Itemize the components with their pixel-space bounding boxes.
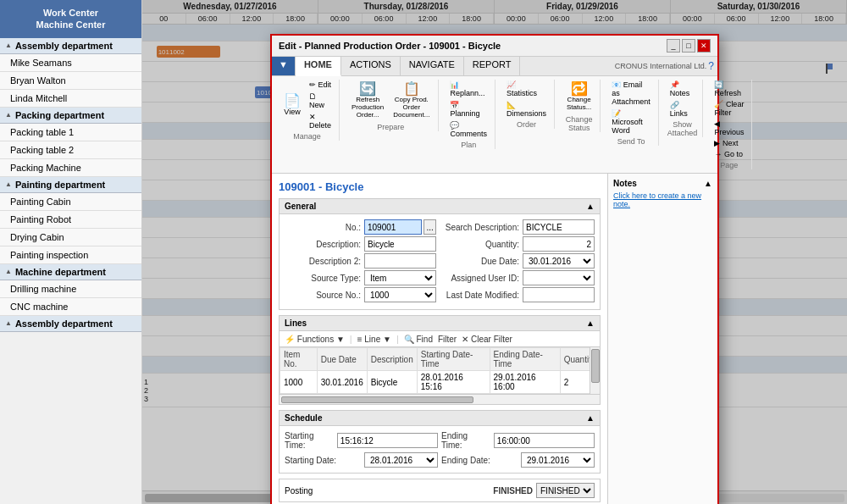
ending-time-input[interactable] bbox=[494, 433, 595, 448]
dimensions-btn[interactable]: 📐 Dimensions bbox=[504, 100, 549, 119]
due-date-select[interactable]: 30.01.2016 bbox=[523, 253, 595, 269]
no-dots-btn[interactable]: ... bbox=[424, 219, 436, 235]
sidebar-item-drying-cabin[interactable]: Drying Cabin bbox=[0, 229, 141, 246]
cell-starting: 28.01.2016 15:16 bbox=[417, 371, 490, 394]
edit-btn[interactable]: ✏ Edit bbox=[307, 80, 334, 90]
clear-filter-btn[interactable]: 🧹 Clear Filter bbox=[711, 99, 746, 118]
manage-sub-btns: ✏ Edit 🗋 New ✕ Delete bbox=[307, 80, 334, 130]
functions-btn[interactable]: ⚡ Functions ▼ bbox=[285, 335, 345, 344]
sidebar-group-packing[interactable]: Packing department bbox=[0, 108, 141, 124]
sidebar-item-painting-robot[interactable]: Painting Robot bbox=[0, 211, 141, 229]
search-desc-input[interactable] bbox=[523, 219, 595, 235]
lines-scroll-thumb[interactable] bbox=[591, 349, 600, 383]
starting-date-select[interactable]: 28.01.2016 bbox=[364, 452, 438, 468]
refresh-prod-btn[interactable]: 🔄 RefreshProduction Order... bbox=[348, 80, 387, 121]
assigned-select[interactable] bbox=[523, 270, 595, 285]
sidebar-item-cnc[interactable]: CNC machine bbox=[0, 298, 141, 316]
sidebar-group-machine[interactable]: Machine department bbox=[0, 264, 141, 280]
maximize-button[interactable]: □ bbox=[682, 39, 695, 53]
lines-hscroll-thumb[interactable] bbox=[281, 396, 473, 403]
lines-hscroll[interactable] bbox=[280, 394, 600, 404]
find-btn[interactable]: 🔍 Find bbox=[404, 335, 433, 344]
sidebar-group-assembly1[interactable]: Assembly department bbox=[0, 38, 141, 54]
statistics-btn[interactable]: 📈 Statistics bbox=[504, 80, 549, 98]
lines-scrollbar[interactable] bbox=[590, 347, 600, 394]
no-label: No.: bbox=[285, 223, 361, 232]
change-status-btn[interactable]: 🔁 ChangeStatus... bbox=[563, 80, 595, 114]
sidebar-item-mike-seamans[interactable]: Mike Seamans bbox=[0, 54, 141, 72]
section-general: General ▲ No.: bbox=[279, 198, 601, 310]
minimize-button[interactable]: _ bbox=[667, 39, 680, 53]
ribbon-send-btns: 📧 Email as Attachment 📝 Microsoft Word bbox=[609, 80, 653, 136]
search-desc-label: Search Description: bbox=[443, 223, 519, 232]
line-btn[interactable]: ≡ Line ▼ bbox=[357, 335, 391, 344]
modal-edit-order: Edit - Planned Production Order - 109001… bbox=[270, 34, 719, 504]
tab-actions[interactable]: ACTIONS bbox=[341, 57, 401, 75]
sidebar-item-packing2[interactable]: Packing table 2 bbox=[0, 141, 141, 159]
starting-time-input[interactable] bbox=[337, 433, 438, 448]
no-input[interactable] bbox=[364, 219, 422, 235]
clear-filter-lines-btn[interactable]: ✕ Clear Filter bbox=[462, 335, 512, 344]
order-title: 109001 - Bicycle bbox=[279, 180, 601, 193]
email-btn[interactable]: 📧 Email as Attachment bbox=[609, 80, 653, 107]
tab-report[interactable]: REPORT bbox=[464, 57, 521, 75]
next-btn[interactable]: ▶ Next bbox=[711, 138, 746, 148]
new-btn[interactable]: 🗋 New bbox=[307, 91, 334, 110]
copy-prod-btn[interactable]: 📋 Copy Prod. OrderDocument... bbox=[390, 80, 433, 121]
help-icon[interactable]: ? bbox=[708, 60, 714, 72]
ribbon-tab-nav[interactable]: ▼ bbox=[272, 57, 296, 75]
word-btn[interactable]: 📝 Microsoft Word bbox=[609, 108, 653, 136]
lines-table: Item No. Due Date Description Starting D… bbox=[280, 347, 600, 394]
replanning-btn[interactable]: 📊 Replann... bbox=[447, 80, 490, 98]
col-ending: Ending Date-Time bbox=[490, 348, 560, 371]
sidebar-item-painting-inspection[interactable]: Painting inspection bbox=[0, 246, 141, 264]
source-type-select[interactable]: Item bbox=[364, 270, 436, 285]
section-header-general[interactable]: General ▲ bbox=[280, 199, 600, 214]
sidebar-item-packing1[interactable]: Packing table 1 bbox=[0, 124, 141, 141]
filter-btn[interactable]: Filter bbox=[438, 335, 457, 344]
section-header-lines[interactable]: Lines ▲ bbox=[280, 316, 600, 331]
close-button[interactable]: ✕ bbox=[697, 39, 711, 53]
section-schedule: Schedule ▲ Starting Time: bbox=[279, 410, 601, 474]
previous-btn[interactable]: ◀ Previous bbox=[711, 119, 746, 137]
tab-navigate[interactable]: NAVIGATE bbox=[401, 57, 464, 75]
sidebar-item-painting-cabin[interactable]: Painting Cabin bbox=[0, 193, 141, 211]
sidebar-group-assembly2[interactable]: Assembly department bbox=[0, 316, 141, 332]
page-refresh-btn[interactable]: 🔄 Refresh bbox=[711, 80, 746, 98]
modal-body: 109001 - Bicycle General ▲ bbox=[272, 174, 717, 504]
notes-btn[interactable]: 📌 Notes bbox=[667, 80, 698, 98]
notes-title: Notes ▲ bbox=[613, 179, 712, 188]
table-row[interactable]: 1000 30.01.2016 Bicycle 28.01.2016 15:16… bbox=[280, 371, 600, 394]
notes-collapse-icon: ▲ bbox=[704, 179, 712, 188]
lines-label: Lines bbox=[285, 318, 307, 328]
view-label: View bbox=[284, 108, 300, 116]
comments-btn[interactable]: 💬 Comments bbox=[447, 120, 490, 139]
sidebar-group-painting[interactable]: Painting department bbox=[0, 177, 141, 193]
col-starting: Starting Date-Time bbox=[417, 348, 490, 371]
ribbon-group-order: 📈 Statistics 📐 Dimensions Order bbox=[499, 80, 555, 129]
posting-row: Posting FINISHED FINISHED bbox=[280, 479, 600, 501]
sidebar-item-drilling[interactable]: Drilling machine bbox=[0, 280, 141, 298]
source-no-select[interactable]: 1000 bbox=[364, 287, 436, 302]
ribbon-plan-btns: 📊 Replann... 📅 Planning 💬 Comments bbox=[447, 80, 490, 139]
goto-btn[interactable]: → Go to bbox=[711, 149, 746, 159]
last-modified-input[interactable] bbox=[523, 287, 595, 302]
section-header-schedule[interactable]: Schedule ▲ bbox=[280, 411, 600, 426]
sidebar-item-packing-machine[interactable]: Packing Machine bbox=[0, 159, 141, 177]
desc-input[interactable] bbox=[364, 236, 436, 252]
sidebar-item-linda-mitchell[interactable]: Linda Mitchell bbox=[0, 90, 141, 108]
delete-btn[interactable]: ✕ Delete bbox=[307, 112, 334, 130]
qty-label: Quantity: bbox=[443, 240, 519, 249]
ending-date-select[interactable]: 29.01.2016 bbox=[521, 452, 595, 468]
source-no-label: Source No.: bbox=[285, 291, 361, 300]
links-btn[interactable]: 🔗 Links bbox=[667, 100, 698, 119]
notes-create-link[interactable]: Click here to create a new note. bbox=[613, 191, 712, 208]
qty-input[interactable] bbox=[523, 236, 595, 252]
tab-home[interactable]: HOME bbox=[296, 57, 341, 76]
sidebar-item-bryan-walton[interactable]: Bryan Walton bbox=[0, 72, 141, 90]
view-btn[interactable]: 📄 View bbox=[280, 91, 304, 119]
planning-btn[interactable]: 📅 Planning bbox=[447, 100, 490, 119]
desc2-input[interactable] bbox=[364, 253, 436, 269]
posting-select[interactable]: FINISHED bbox=[536, 483, 595, 498]
group-label: Assembly department bbox=[15, 318, 113, 329]
